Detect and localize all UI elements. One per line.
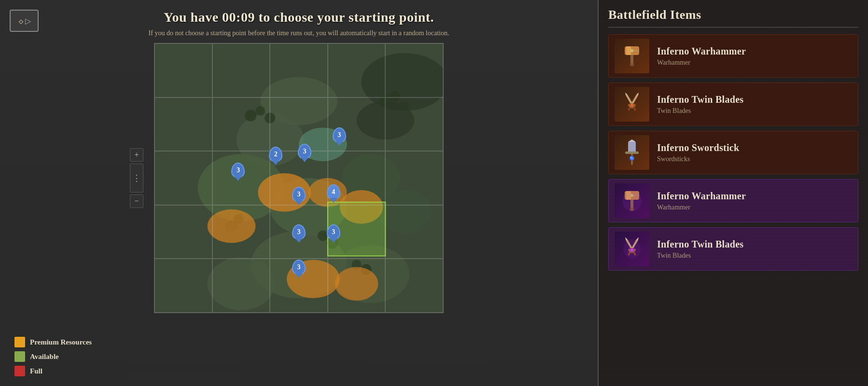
warhammer-icon [617, 41, 646, 70]
item-info-3: Inferno Swordstick Swordsticks [657, 142, 739, 163]
item-card-2[interactable]: Inferno Twin Blades Twin Blades [608, 83, 858, 126]
item-card-5[interactable]: Inferno Twin Blades Twin Blades [608, 227, 858, 271]
pin-body: 3 [231, 163, 245, 178]
zoom-in-button[interactable]: + [130, 148, 143, 162]
pin-body: 3 [292, 187, 306, 202]
item-name-2: Inferno Twin Blades [657, 94, 743, 105]
pin-body: 3 [292, 224, 306, 240]
map-wrapper: + − [154, 43, 444, 313]
pin-body: 3 [327, 224, 340, 240]
map-pin-9[interactable]: 3 [292, 260, 306, 275]
item-type-5: Twin Blades [657, 252, 743, 260]
svg-point-14 [255, 106, 265, 116]
legend-full-label: Full [30, 367, 42, 375]
map-pin-5[interactable]: 3 [292, 187, 306, 202]
svg-point-62 [622, 190, 642, 211]
item-icon-box-1 [615, 39, 649, 73]
pin-body: 3 [333, 127, 346, 143]
zoom-controls: + − [130, 148, 143, 208]
item-type-2: Twin Blades [657, 107, 743, 115]
item-info-2: Inferno Twin Blades Twin Blades [657, 94, 743, 115]
sidebar-title: Battlefield Items [608, 8, 858, 28]
svg-point-47 [631, 104, 633, 107]
item-type-3: Swordsticks [657, 155, 739, 163]
svg-point-54 [630, 157, 632, 158]
map-pin-7[interactable]: 3 [292, 224, 306, 240]
legend-available-color [14, 351, 25, 362]
legend-premium-color [14, 337, 25, 347]
pin-body: 4 [327, 184, 340, 200]
item-type-4: Warhammer [657, 204, 746, 211]
map-pin-4[interactable]: 3 [333, 127, 346, 143]
warhammer-purple-icon [617, 186, 646, 215]
item-info-5: Inferno Twin Blades Twin Blades [657, 239, 743, 260]
svg-point-26 [208, 209, 256, 243]
item-card-3[interactable]: Inferno Swordstick Swordsticks [608, 131, 858, 174]
item-name-5: Inferno Twin Blades [657, 239, 743, 250]
svg-point-17 [390, 91, 400, 102]
item-card-4[interactable]: Inferno Warhammer Warhammer [608, 179, 858, 222]
twin-blades-icon [617, 90, 646, 119]
item-name-1: Inferno Warhammer [657, 46, 746, 57]
map-pin-1[interactable]: 3 [231, 163, 245, 178]
zoom-slider[interactable] [130, 164, 143, 193]
map-legend: Premium Resources Available Full [14, 337, 92, 376]
legend-full-color [14, 366, 25, 376]
svg-point-13 [245, 110, 256, 122]
svg-rect-50 [628, 142, 636, 152]
swordstick-icon [617, 138, 646, 167]
svg-point-30 [335, 267, 378, 301]
item-info-4: Inferno Warhammer Warhammer [657, 191, 746, 211]
svg-marker-49 [628, 139, 636, 142]
left-panel: ⬦ ▷ You have 00:09 to choose your starti… [0, 0, 598, 386]
twin-blades-purple-icon [617, 234, 646, 263]
pin-body: 2 [269, 147, 282, 162]
forward-arrow-icon: ▷ [25, 16, 31, 26]
map-pin-3[interactable]: 3 [298, 144, 311, 159]
svg-point-73 [623, 239, 641, 259]
item-name-4: Inferno Warhammer [657, 191, 746, 202]
pin-body: 3 [298, 144, 311, 159]
svg-point-9 [378, 190, 431, 234]
pin-body: 3 [292, 260, 306, 275]
map-pin-6[interactable]: 4 [327, 184, 340, 200]
right-panel: Battlefield Items Inferno Warhammer Warh… [598, 0, 868, 386]
map-container[interactable]: 3 2 3 3 3 4 [154, 43, 444, 313]
item-name-3: Inferno Swordstick [657, 142, 739, 153]
item-icon-box-4 [615, 183, 649, 218]
item-icon-box-5 [615, 232, 649, 266]
zoom-out-button[interactable]: − [130, 194, 143, 208]
item-icon-box-3 [615, 135, 649, 170]
svg-point-18 [400, 101, 409, 111]
svg-point-11 [208, 257, 275, 310]
item-info-1: Inferno Warhammer Warhammer [657, 46, 746, 67]
map-pin-8[interactable]: 3 [327, 224, 340, 240]
timer-text: You have 00:09 to choose your starting p… [149, 10, 449, 25]
legend-available: Available [14, 351, 92, 362]
back-arrow-icon: ⬦ [18, 14, 24, 27]
legend-full: Full [14, 366, 92, 376]
header-section: You have 00:09 to choose your starting p… [120, 10, 478, 38]
legend-available-label: Available [30, 353, 59, 361]
svg-point-15 [265, 112, 275, 123]
item-type-1: Warhammer [657, 59, 746, 67]
legend-premium: Premium Resources [14, 337, 92, 347]
svg-rect-36 [630, 63, 634, 66]
item-card-1[interactable]: Inferno Warhammer Warhammer [608, 34, 858, 78]
item-icon-box-2 [615, 87, 649, 122]
main-layout: ⬦ ▷ You have 00:09 to choose your starti… [0, 0, 868, 386]
svg-marker-55 [631, 163, 633, 166]
svg-rect-51 [625, 152, 639, 154]
subtitle-text: If you do not choose a starting point be… [149, 28, 449, 38]
back-button[interactable]: ⬦ ▷ [10, 10, 39, 32]
map-pin-2[interactable]: 2 [269, 147, 282, 162]
legend-premium-label: Premium Resources [30, 338, 92, 346]
